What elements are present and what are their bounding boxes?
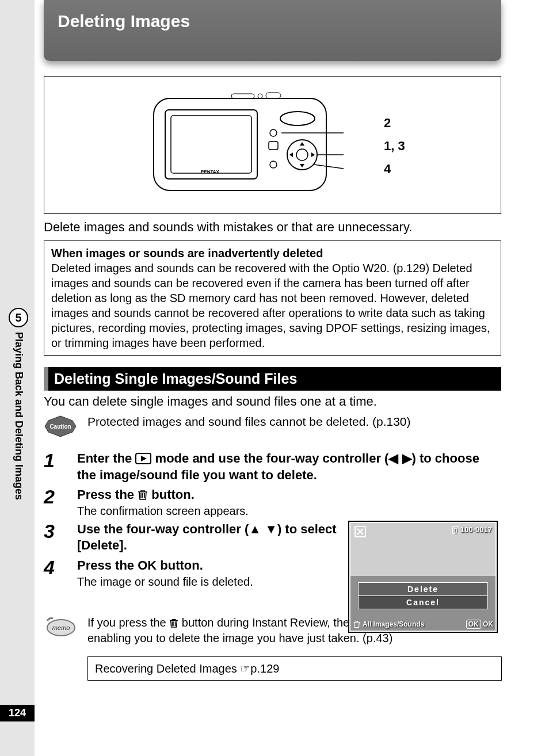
chapter-label: Playing Back and Deleting Images xyxy=(13,332,25,500)
section-title: Deleting Single Images/Sound Files xyxy=(44,367,501,391)
trash-icon xyxy=(138,489,148,501)
file-id: 100-0017 xyxy=(460,525,492,534)
step-number: 2 xyxy=(44,487,67,506)
svg-point-13 xyxy=(258,94,262,98)
caution-icon: Caution xyxy=(44,415,77,438)
ok-label: OK xyxy=(138,558,157,572)
ok-badge: OK xyxy=(466,620,481,629)
step-number: 1 xyxy=(44,450,67,470)
memo-icon: memo xyxy=(44,615,77,638)
memo-pre: If you press the xyxy=(87,616,169,629)
callout-2: 2 xyxy=(384,116,391,131)
step4-pre: Press the xyxy=(77,558,138,572)
crossref-box: Recovering Deleted Images ☞p.129 xyxy=(87,656,502,681)
callout-4: 4 xyxy=(384,162,391,177)
step2-pre: Press the xyxy=(77,487,138,502)
step3-head: Use the four-way controller (▲ ▼) to sel… xyxy=(77,521,343,554)
step-4: 4 Press the OK button. The image or soun… xyxy=(44,558,343,589)
page-number: 124 xyxy=(0,705,35,721)
trash-icon xyxy=(353,620,361,628)
menu-delete: Delete xyxy=(359,583,487,596)
menu-cancel: Cancel xyxy=(359,596,487,609)
step2-post: button. xyxy=(151,487,195,502)
callout-1-3: 1, 3 xyxy=(384,139,405,154)
camera-diagram: PENTAX 2 1, 3 4 xyxy=(44,76,501,214)
svg-point-8 xyxy=(296,149,308,161)
step-1: 1 Enter the mode and use the four-way co… xyxy=(44,450,501,483)
trash-icon xyxy=(169,618,178,628)
section-intro: You can delete single images and sound f… xyxy=(44,394,501,409)
svg-point-6 xyxy=(270,161,277,168)
bottom-left-label: All Images/Sounds xyxy=(363,620,424,628)
chapter-number-circle: 5 xyxy=(9,308,28,327)
camera-brand-text: PENTAX xyxy=(201,169,220,174)
caution-text: Protected images and sound files cannot … xyxy=(87,415,411,429)
ok-text: OK xyxy=(483,620,493,628)
info-box-title: When images or sounds are inadvertently … xyxy=(51,247,323,259)
svg-rect-14 xyxy=(266,93,281,98)
svg-rect-12 xyxy=(231,94,254,98)
svg-point-3 xyxy=(280,112,315,125)
camera-illustration: PENTAX xyxy=(148,87,344,202)
info-box-body: Deleted images and sounds can be recover… xyxy=(51,262,490,349)
intro-text: Delete images and sounds with mistakes o… xyxy=(44,220,501,235)
step-3: 3 Use the four-way controller (▲ ▼) to s… xyxy=(44,521,343,554)
step-number: 4 xyxy=(44,558,67,577)
step4-post: button. xyxy=(160,558,203,572)
step1-pre: Enter the xyxy=(77,451,135,465)
step4-sub: The image or sound file is deleted. xyxy=(77,575,343,589)
delete-mode-icon xyxy=(354,525,367,538)
step-number: 3 xyxy=(44,521,67,541)
camera-screen-mock: ▯100-0017 Delete Cancel All Images/Sound… xyxy=(348,521,498,633)
info-box: When images or sounds are inadvertently … xyxy=(44,240,501,356)
playback-icon xyxy=(135,453,151,464)
svg-rect-2 xyxy=(171,116,251,173)
chapter-title: Deleting Images xyxy=(44,0,501,61)
svg-text:memo: memo xyxy=(52,624,70,631)
side-tab: 5 Playing Back and Deleting Images xyxy=(8,308,29,500)
svg-point-4 xyxy=(270,129,277,136)
step-2: 2 Press the button. The confirmation scr… xyxy=(44,487,501,518)
svg-rect-5 xyxy=(269,142,278,150)
svg-text:Caution: Caution xyxy=(49,423,71,430)
step2-sub: The confirmation screen appears. xyxy=(77,505,501,518)
